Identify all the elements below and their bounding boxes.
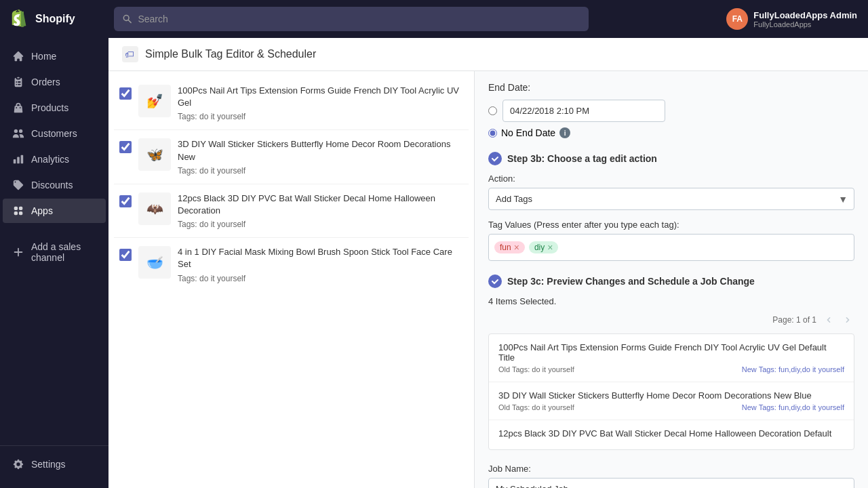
product-item: 🦇 12pcs Black 3D DIY PVC Bat Wall Sticke… [114,184,469,238]
product-tags: Tags: do it yourself [178,166,463,176]
right-panel: End Date: No End Date i [475,71,868,488]
job-name-input[interactable] [488,478,854,488]
next-page-button[interactable] [841,313,854,327]
shopify-logo-text: shopify [35,13,75,25]
sidebar-item-analytics[interactable]: Analytics [3,147,106,171]
product-checkbox[interactable] [119,87,132,100]
step-3c-section: Step 3c: Preview Changes and Schedule a … [488,274,854,450]
pagination-text: Page: 1 of 1 [772,315,816,325]
customers-icon [12,127,24,140]
topbar: shopify FA FullyLoadedApps Admin FullyLo… [0,0,868,38]
items-selected: 4 Items Selected. [488,296,854,306]
user-info: FullyLoadedApps Admin FullyLoadedApps [753,10,857,28]
product-name: 12pcs Black 3D DIY PVC Bat Wall Sticker … [178,192,463,217]
sidebar-item-products-label: Products [31,102,68,113]
sidebar-item-customers-label: Customers [31,128,77,139]
prev-page-button[interactable] [822,313,835,327]
tag-fun: fun × [494,241,525,253]
sidebar-item-home[interactable]: Home [3,44,106,68]
preview-product-name: 12pcs Black 3D DIY PVC Bat Wall Sticker … [498,428,844,439]
sidebar-item-apps[interactable]: Apps [3,199,106,223]
product-list: 💅 100Pcs Nail Art Tips Extension Forms G… [108,71,475,488]
search-input[interactable] [138,14,580,24]
tag-container[interactable]: fun × diy × [488,234,854,261]
end-date-section: End Date: No End Date i [488,82,854,138]
sidebar-item-products[interactable]: Products [3,96,106,120]
sidebar-item-orders-label: Orders [31,77,60,87]
product-image: 💅 [138,85,171,117]
pagination: Page: 1 of 1 [488,313,854,327]
preview-item: 3D DIY Wall Sticker Stickers Butterfly H… [489,382,854,420]
product-item: 💅 100Pcs Nail Art Tips Extension Forms G… [114,77,469,130]
tag-fun-remove[interactable]: × [514,243,519,252]
product-info: 4 in 1 DIY Facial Mask Mixing Bowl Brush… [178,246,463,283]
tag-diy: diy × [529,241,559,253]
sidebar-item-customers[interactable]: Customers [3,121,106,146]
tag-diy-remove[interactable]: × [547,243,553,252]
chevron-left-icon [823,314,834,325]
preview-product-name: 3D DIY Wall Sticker Stickers Butterfly H… [498,390,844,401]
product-image: 🥣 [138,246,171,279]
product-emoji: 🦋 [146,146,163,163]
user-shop: FullyLoadedApps [753,20,857,28]
product-checkbox[interactable] [119,249,132,261]
sidebar-item-settings[interactable]: Settings [3,452,106,476]
step-3b-section: Step 3b: Choose a tag edit action Action… [488,152,854,261]
info-icon[interactable]: i [559,127,570,138]
app-title: Simple Bulk Tag Editor & Scheduler [145,48,316,60]
sidebar-item-apps-label: Apps [31,205,53,216]
app-container: 🏷 Simple Bulk Tag Editor & Scheduler 💅 1… [108,38,868,488]
action-select[interactable]: Add Tags Remove Tags Replace Tags [488,188,854,210]
plus-icon [12,246,24,258]
old-tags: Old Tags: do it yourself [498,365,574,373]
sidebar-item-discounts[interactable]: Discounts [3,173,106,197]
date-input[interactable] [502,100,665,122]
tag-values-label: Tag Values (Press enter after you type e… [488,220,854,230]
product-checkbox[interactable] [119,141,132,153]
products-icon [12,102,24,114]
sidebar-item-analytics-label: Analytics [31,154,69,165]
preview-tags-row: Old Tags: do it yourself New Tags: fun,d… [498,365,844,373]
product-name: 100Pcs Nail Art Tips Extension Forms Gui… [178,85,463,109]
discounts-icon [12,179,24,191]
step-3b-header: Step 3b: Choose a tag edit action [488,152,854,165]
old-tags: Old Tags: do it yourself [498,403,574,411]
product-checkbox[interactable] [119,195,132,207]
tag-fun-label: fun [500,243,511,252]
check-icon [491,155,499,163]
product-name: 4 in 1 DIY Facial Mask Mixing Bowl Brush… [178,246,463,270]
orders-icon [12,76,24,88]
app-header-icon: 🏷 [122,46,138,62]
action-select-wrapper: Add Tags Remove Tags Replace Tags ▼ [488,188,854,210]
preview-item: 100Pcs Nail Art Tips Extension Forms Gui… [489,334,854,382]
radio-date-input[interactable] [488,106,497,115]
product-name: 3D DIY Wall Sticker Stickers Butterfly H… [178,138,463,163]
radio-no-end-input[interactable] [488,129,497,138]
settings-icon [12,458,24,470]
product-emoji: 💅 [146,93,163,109]
search-bar[interactable] [114,7,589,31]
no-end-date-label: No End Date [501,127,555,138]
radio-no-end-option: No End Date i [488,127,854,138]
sidebar-item-add-sales-channel[interactable]: Add a sales channel [3,235,106,269]
product-image: 🦋 [138,138,171,171]
step-3c-title: Step 3c: Preview Changes and Schedule a … [507,276,755,287]
home-icon [12,50,24,62]
product-emoji: 🦇 [146,201,163,217]
sidebar-item-add-sales-channel-label: Add a sales channel [31,241,96,263]
product-image: 🦇 [138,192,171,225]
sidebar-item-orders[interactable]: Orders [3,70,106,94]
preview-item: 12pcs Black 3D DIY PVC Bat Wall Sticker … [489,420,854,449]
step-3b-title: Step 3b: Choose a tag edit action [507,153,657,164]
product-info: 100Pcs Nail Art Tips Extension Forms Gui… [178,85,463,121]
radio-date-option [488,100,854,122]
sidebar-item-home-label: Home [31,51,56,62]
end-date-label: End Date: [488,82,854,93]
product-tags: Tags: do it yourself [178,274,463,283]
action-label: Action: [488,174,854,184]
step-3c-header: Step 3c: Preview Changes and Schedule a … [488,274,854,288]
search-icon [122,14,132,24]
preview-panel: 100Pcs Nail Art Tips Extension Forms Gui… [488,333,854,450]
panels: 💅 100Pcs Nail Art Tips Extension Forms G… [108,71,868,488]
check-icon-3c [491,277,499,285]
